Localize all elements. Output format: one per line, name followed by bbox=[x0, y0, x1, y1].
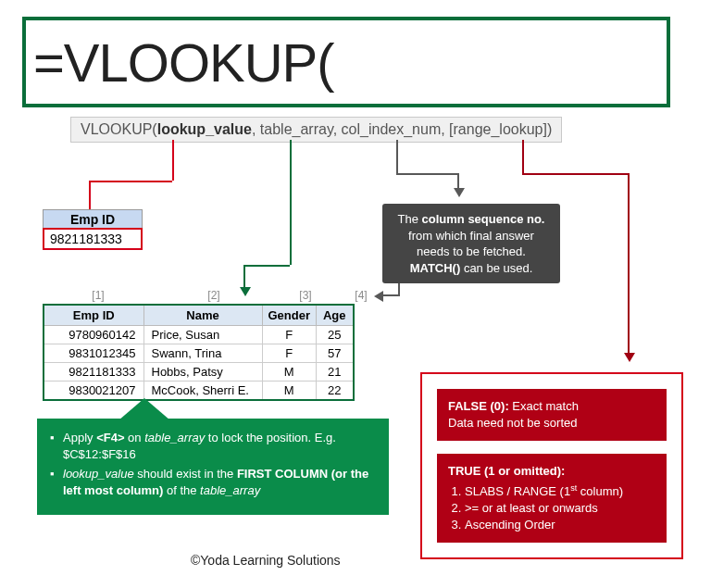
range-lookup-true: TRUE (1 or omitted): SLABS / RANGE (1st … bbox=[437, 454, 667, 543]
range-lookup-false: FALSE (0): Exact match Data need not be … bbox=[437, 389, 667, 441]
cell-age: 25 bbox=[317, 326, 354, 344]
table-row: 9830021207 McCook, Sherri E. M 22 bbox=[44, 382, 354, 401]
cell-age: 57 bbox=[317, 344, 354, 363]
col-num-2: [2] bbox=[154, 289, 274, 302]
true-item-3: Ascending Order bbox=[465, 517, 655, 533]
table-row: 9780960142 Price, Susan F 25 bbox=[44, 326, 354, 344]
connector-darkred-v2 bbox=[628, 173, 630, 358]
cell-name: Swann, Trina bbox=[143, 344, 262, 363]
connector-red-h bbox=[89, 181, 172, 182]
tooltip-arg3: col_index_num bbox=[342, 121, 442, 137]
tooltip-arg4: [range_lookup] bbox=[449, 121, 547, 137]
col-num-1: [1] bbox=[43, 289, 154, 302]
cell-name: Price, Susan bbox=[143, 326, 262, 344]
tip-line2: lookup_value should exist in the FIRST C… bbox=[50, 466, 376, 498]
cell-gender: M bbox=[262, 382, 317, 401]
cell-empid: 9821181333 bbox=[44, 363, 143, 382]
col-index-callout: The column sequence no. from which final… bbox=[382, 204, 560, 283]
cell-empid: 9780960142 bbox=[44, 326, 143, 344]
cell-name: McCook, Sherri E. bbox=[143, 382, 262, 401]
lookup-cell-box: Emp ID 9821181333 bbox=[43, 209, 143, 250]
tooltip-fn: VLOOKUP bbox=[81, 121, 152, 137]
tooltip-arg1: lookup_value bbox=[157, 121, 252, 137]
th-age: Age bbox=[317, 305, 354, 326]
cell-empid: 9831012345 bbox=[44, 344, 143, 363]
true-item-1: SLABS / RANGE (1st column) bbox=[465, 482, 655, 501]
th-name: Name bbox=[143, 305, 262, 326]
table-array-tips: Apply <F4> on table_array to lock the po… bbox=[37, 419, 389, 515]
function-tooltip: VLOOKUP(lookup_value, table_array, col_i… bbox=[70, 117, 562, 143]
cell-empid: 9830021207 bbox=[44, 382, 143, 401]
cell-gender: F bbox=[262, 326, 317, 344]
connector-red bbox=[172, 140, 174, 181]
column-index-labels: [1] [2] [3] [4] bbox=[43, 289, 385, 302]
col-num-4: [4] bbox=[337, 289, 385, 302]
table-header-row: Emp ID Name Gender Age bbox=[44, 305, 354, 326]
formula-text: =VLOOKUP( bbox=[33, 31, 334, 94]
cell-gender: M bbox=[262, 363, 317, 382]
connector-green-h bbox=[243, 265, 290, 267]
cell-age: 21 bbox=[317, 363, 354, 382]
cell-gender: F bbox=[262, 344, 317, 363]
connector-green-v bbox=[290, 140, 292, 265]
copyright: ©Yoda Learning Solutions bbox=[191, 553, 341, 568]
tip-line1: Apply <F4> on table_array to lock the po… bbox=[50, 430, 376, 462]
connector-darkred-h bbox=[522, 173, 628, 175]
table-row: 9831012345 Swann, Trina F 57 bbox=[44, 344, 354, 363]
formula-box: =VLOOKUP( bbox=[22, 17, 670, 107]
connector-darkred-v1 bbox=[522, 140, 524, 173]
th-gender: Gender bbox=[262, 305, 317, 326]
true-item-2: >= or at least or onwards bbox=[465, 500, 655, 517]
lookup-cell-header: Emp ID bbox=[43, 209, 143, 229]
data-table: Emp ID Name Gender Age 9780960142 Price,… bbox=[43, 304, 355, 401]
th-empid: Emp ID bbox=[44, 305, 143, 326]
tooltip-arg2: table_array bbox=[260, 121, 333, 137]
range-lookup-box: FALSE (0): Exact match Data need not be … bbox=[420, 372, 683, 559]
connector-gray-v1 bbox=[396, 140, 398, 173]
lookup-cell-value: 9821181333 bbox=[43, 228, 143, 250]
cell-name: Hobbs, Patsy bbox=[143, 363, 262, 382]
col-num-3: [3] bbox=[274, 289, 337, 302]
connector-gray-v2 bbox=[457, 173, 459, 194]
table-row: 9821181333 Hobbs, Patsy M 21 bbox=[44, 363, 354, 382]
cell-age: 22 bbox=[317, 382, 354, 401]
connector-gray-h1 bbox=[396, 173, 457, 175]
